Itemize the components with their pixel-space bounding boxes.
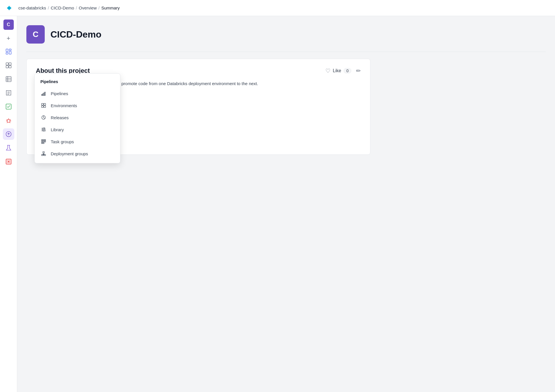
check-icon (5, 103, 12, 110)
app-logo (5, 3, 14, 13)
sidebar-item-grid[interactable] (3, 60, 14, 71)
dropdown-item-releases[interactable]: Releases (35, 111, 120, 124)
breadcrumb-item-2[interactable]: CICD-Demo (51, 5, 74, 10)
svg-rect-27 (42, 103, 43, 105)
dropdown-item-deployment-groups[interactable]: Deployment groups (35, 148, 120, 160)
svg-rect-37 (45, 140, 46, 141)
breadcrumb-item-1[interactable]: cse-databricks (18, 5, 46, 10)
dropdown-item-task-groups[interactable]: Task groups (35, 136, 120, 148)
doc-icon (5, 89, 12, 96)
environments-icon (40, 102, 47, 109)
main-layout: C + (0, 16, 555, 392)
svg-rect-36 (43, 140, 44, 141)
svg-rect-42 (43, 143, 44, 144)
svg-rect-3 (6, 52, 8, 54)
pipelines-icon (40, 90, 47, 97)
svg-rect-5 (6, 63, 8, 65)
library-icon (40, 126, 47, 133)
svg-rect-6 (9, 63, 11, 65)
svg-rect-34 (44, 128, 44, 132)
breadcrumb-sep-3: / (98, 5, 99, 10)
dropdown-environments-label: Environments (51, 103, 77, 108)
like-count: 0 (343, 68, 351, 74)
dropdown-menu: Pipelines Pipelines (34, 73, 120, 163)
svg-rect-30 (44, 106, 46, 107)
board-icon (5, 48, 12, 55)
svg-rect-38 (42, 141, 43, 142)
svg-rect-43 (43, 152, 44, 153)
breadcrumb-item-3[interactable]: Overview (79, 5, 97, 10)
svg-rect-41 (42, 143, 43, 144)
dropdown-task-groups-label: Task groups (51, 139, 74, 144)
sidebar-item-red[interactable] (3, 156, 14, 167)
svg-line-48 (44, 154, 45, 154)
like-button[interactable]: ♡ Like 0 (325, 67, 351, 74)
svg-rect-45 (44, 154, 46, 156)
svg-rect-39 (43, 141, 44, 142)
plus-icon: + (7, 35, 10, 42)
breadcrumb: cse-databricks / CICD-Demo / Overview / … (18, 5, 120, 10)
sidebar-item-lab[interactable] (3, 142, 14, 154)
like-label: Like (333, 68, 341, 73)
breadcrumb-item-4: Summary (101, 5, 120, 10)
dropdown-item-environments[interactable]: Environments (35, 99, 120, 111)
svg-rect-35 (42, 140, 43, 141)
taskgroups-icon (40, 138, 47, 145)
svg-rect-1 (6, 49, 8, 52)
dropdown-item-pipelines[interactable]: Pipelines (35, 87, 120, 99)
sidebar-item-doc[interactable] (3, 87, 14, 99)
dropdown-pipelines-label: Pipelines (51, 91, 68, 96)
project-title: CICD-Demo (50, 29, 101, 40)
sidebar-item-deploy[interactable] (3, 128, 14, 140)
top-bar: cse-databricks / CICD-Demo / Overview / … (0, 0, 555, 16)
edit-button[interactable]: ✏ (356, 67, 361, 74)
svg-rect-44 (42, 154, 43, 156)
grid-icon (5, 62, 12, 69)
bug-icon (5, 117, 12, 124)
svg-rect-7 (6, 66, 8, 68)
project-divider (26, 52, 546, 52)
red-icon (5, 158, 12, 165)
lab-icon (5, 144, 12, 151)
deploymentgroups-icon (40, 150, 47, 157)
svg-rect-25 (45, 92, 46, 96)
dropdown-item-library[interactable]: Library (35, 124, 120, 136)
project-icon: C (26, 25, 45, 44)
svg-rect-8 (9, 66, 11, 68)
svg-rect-24 (44, 93, 44, 95)
table-icon (5, 76, 12, 83)
heart-icon: ♡ (325, 67, 331, 74)
avatar[interactable]: C (3, 19, 14, 30)
dropdown-deployment-groups-label: Deployment groups (51, 151, 88, 156)
breadcrumb-sep-2: / (76, 5, 77, 10)
about-actions: ♡ Like 0 ✏ (325, 67, 361, 74)
svg-rect-28 (42, 106, 43, 107)
svg-line-47 (42, 154, 44, 154)
deploy-icon (5, 131, 12, 138)
releases-icon (40, 114, 47, 121)
svg-rect-4 (9, 51, 11, 54)
svg-rect-29 (44, 103, 46, 105)
svg-rect-40 (45, 141, 46, 142)
project-header: C CICD-Demo (26, 25, 546, 44)
content-area: C CICD-Demo About this project ♡ Like 0 … (17, 16, 555, 392)
svg-rect-9 (6, 77, 11, 82)
sidebar: C + (0, 16, 17, 392)
svg-rect-23 (42, 94, 43, 95)
dropdown-section-title: Pipelines (35, 77, 120, 87)
sidebar-item-bug[interactable] (3, 115, 14, 126)
sidebar-item-table[interactable] (3, 73, 14, 85)
add-button[interactable]: + (3, 33, 14, 44)
pencil-icon: ✏ (356, 68, 361, 74)
dropdown-releases-label: Releases (51, 115, 69, 120)
sidebar-item-board[interactable] (3, 46, 14, 57)
svg-rect-2 (9, 49, 11, 50)
sidebar-item-test[interactable] (3, 101, 14, 112)
dropdown-library-label: Library (51, 127, 64, 132)
breadcrumb-sep-1: / (48, 5, 49, 10)
